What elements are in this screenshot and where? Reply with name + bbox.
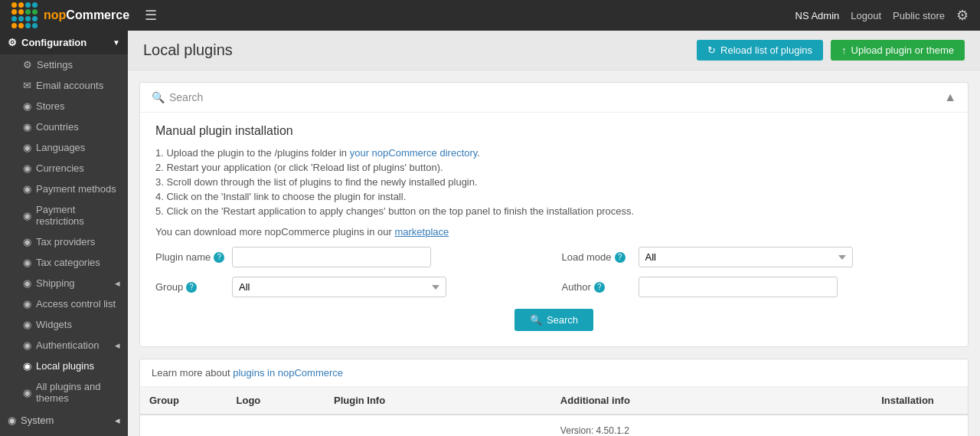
table-row: Nop-Station xyxy=(140,415,968,436)
sidebar-label-countries: Countries xyxy=(36,121,79,133)
sidebar: ⚙ Configuration ▼ ⚙ Settings ✉ Email acc… xyxy=(0,31,128,436)
logo-dot xyxy=(25,16,31,21)
sidebar-item-shipping[interactable]: ◉ Shipping ◂ xyxy=(0,273,128,293)
logo-dot xyxy=(32,9,38,15)
sidebar-label-settings: Settings xyxy=(37,59,73,70)
plugin-name-input[interactable] xyxy=(232,247,431,267)
nopcommerce-dir-link[interactable]: your nopCommerce directory xyxy=(350,147,478,159)
tax-cat-icon: ◉ xyxy=(23,257,31,268)
sidebar-item-tax-providers[interactable]: ◉ Tax providers xyxy=(0,231,128,252)
sidebar-item-currencies[interactable]: ◉ Currencies xyxy=(0,158,128,179)
public-store-link[interactable]: Public store xyxy=(893,10,945,21)
configuration-label: Configuration xyxy=(21,37,87,48)
chevron-left-icon: ◂ xyxy=(115,339,120,351)
chevron-right-icon: ◂ xyxy=(115,277,120,289)
manual-install-title: Manual plugin installation xyxy=(155,124,952,138)
store-icon: ◉ xyxy=(23,100,31,112)
group-select[interactable]: All xyxy=(232,277,446,297)
search-button[interactable]: 🔍 Search xyxy=(514,309,593,331)
restrictions-icon: ◉ xyxy=(23,210,31,221)
all-plugins-icon: ◉ xyxy=(23,387,31,398)
sidebar-item-all-plugins[interactable]: ◉ All plugins and themes xyxy=(0,376,128,408)
sidebar-label-acl: Access control list xyxy=(36,298,116,310)
sidebar-item-payment-methods[interactable]: ◉ Payment methods xyxy=(0,179,128,199)
logo-dot xyxy=(32,16,38,21)
group-help-icon[interactable]: ? xyxy=(186,282,197,293)
widgets-icon: ◉ xyxy=(23,319,31,330)
manual-step-2: Restart your application (or click 'Relo… xyxy=(155,160,952,175)
filter-row-1: Plugin name ? Load mode ? All xyxy=(155,247,952,267)
logo-dot xyxy=(11,9,17,15)
author-help-icon[interactable]: ? xyxy=(594,282,605,293)
sidebar-item-languages[interactable]: ◉ Languages xyxy=(0,137,128,158)
marketplace-info: You can download more nopCommerce plugin… xyxy=(155,226,952,238)
logo-dot xyxy=(25,9,31,15)
page-title: Local plugins xyxy=(143,41,233,59)
manual-steps-list: Upload the plugin to the /plugins folder… xyxy=(155,146,952,218)
auth-icon: ◉ xyxy=(23,339,31,351)
marketplace-link[interactable]: marketplace xyxy=(394,226,449,238)
sidebar-item-acl[interactable]: ◉ Access control list xyxy=(0,293,128,314)
sidebar-item-system[interactable]: ◉ System ◂ xyxy=(0,408,128,432)
sidebar-label-stores: Stores xyxy=(36,100,65,112)
sidebar-item-payment-restrictions[interactable]: ◉ Payment restrictions xyxy=(0,199,128,231)
sidebar-item-tax-categories[interactable]: ◉ Tax categories xyxy=(0,252,128,273)
page-header: Local plugins ↻ Reload list of plugins ↑… xyxy=(128,31,980,70)
plugin-name-help-icon[interactable]: ? xyxy=(214,252,224,263)
col-logo: Logo xyxy=(227,387,325,415)
tax-icon: ◉ xyxy=(23,236,31,248)
sidebar-label-local-plugins: Local plugins xyxy=(36,360,94,372)
col-installation: Installation xyxy=(872,387,968,415)
author-group: Author ? xyxy=(562,277,953,297)
system-icon: ◉ xyxy=(8,415,16,426)
chevron-down-icon: ▼ xyxy=(113,38,120,47)
load-mode-help-icon[interactable]: ? xyxy=(615,252,626,263)
search-panel-body: Manual plugin installation Upload the pl… xyxy=(140,113,968,346)
author-input[interactable] xyxy=(639,277,838,297)
plugins-nopcommerce-link[interactable]: plugins in nopCommerce xyxy=(233,367,343,379)
sidebar-label-currencies: Currencies xyxy=(36,162,84,174)
sidebar-item-authentication[interactable]: ◉ Authentication ◂ xyxy=(0,335,128,356)
load-mode-label: Load mode ? xyxy=(562,251,631,263)
currencies-icon: ◉ xyxy=(23,162,31,174)
search-button-row: 🔍 Search xyxy=(155,309,952,335)
group-group: Group ? All xyxy=(155,277,547,297)
sidebar-item-widgets[interactable]: ◉ Widgets xyxy=(0,314,128,335)
sidebar-label-tax-providers: Tax providers xyxy=(36,236,95,248)
cell-additional-info: Version: 4.50.1.2 Author: Nop-Station Te… xyxy=(551,415,872,436)
configuration-icon: ⚙ xyxy=(8,37,17,48)
logo-dot xyxy=(18,23,24,28)
sidebar-item-countries[interactable]: ◉ Countries xyxy=(0,116,128,137)
table-header: Group Logo Plugin Info Additional info I… xyxy=(140,387,968,415)
results-header: Learn more about plugins in nopCommerce xyxy=(140,359,968,387)
sidebar-configuration-header[interactable]: ⚙ Configuration ▼ xyxy=(0,31,128,54)
sidebar-label-shipping: Shipping xyxy=(36,277,75,289)
payment-icon: ◉ xyxy=(23,183,31,195)
settings-gear-icon[interactable]: ⚙ xyxy=(956,7,969,24)
logout-link[interactable]: Logout xyxy=(851,10,881,21)
manual-step-3: Scroll down through the list of plugins … xyxy=(155,175,952,189)
sidebar-item-stores[interactable]: ◉ Stores xyxy=(0,96,128,116)
reload-plugins-button[interactable]: ↻ Reload list of plugins xyxy=(697,40,823,61)
reload-icon: ↻ xyxy=(707,44,716,56)
logo-dots xyxy=(11,2,38,28)
manual-step-4: Click on the 'Install' link to choose th… xyxy=(155,189,952,204)
sidebar-label-all-plugins: All plugins and themes xyxy=(36,381,120,404)
search-icon: 🔍 xyxy=(530,314,542,326)
sidebar-item-email-accounts[interactable]: ✉ Email accounts xyxy=(0,75,128,96)
manual-step-5: Click on the 'Restart application to app… xyxy=(155,204,952,218)
sidebar-item-settings[interactable]: ⚙ Settings xyxy=(0,54,128,75)
sidebar-item-reports[interactable]: ◉ Reports ◂ xyxy=(0,432,128,436)
cell-logo: nopStation MEGA MENU xyxy=(227,415,325,436)
logo-dot xyxy=(11,2,17,8)
top-nav-right: NS Admin Logout Public store ⚙ xyxy=(795,7,969,24)
hamburger-menu[interactable]: ☰ xyxy=(145,7,157,24)
collapse-button[interactable]: ▲ xyxy=(944,90,956,104)
load-mode-select[interactable]: All xyxy=(639,247,853,267)
email-icon: ✉ xyxy=(23,80,31,91)
load-mode-group: Load mode ? All xyxy=(562,247,953,267)
upload-plugin-button[interactable]: ↑ Upload plugin or theme xyxy=(831,40,965,61)
sidebar-label-widgets: Widgets xyxy=(36,319,72,330)
sidebar-item-local-plugins[interactable]: ◉ Local plugins xyxy=(0,356,128,376)
page-header-buttons: ↻ Reload list of plugins ↑ Upload plugin… xyxy=(697,40,965,61)
